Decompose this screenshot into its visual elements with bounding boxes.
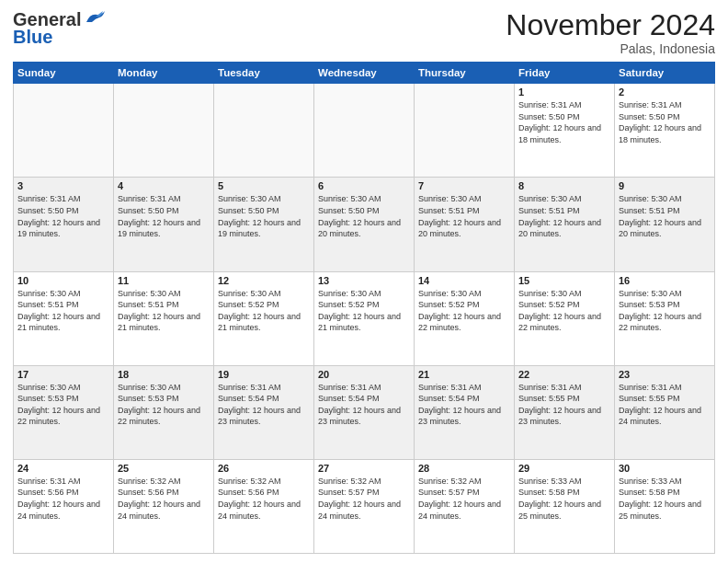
day-info: Sunrise: 5:31 AMSunset: 5:54 PMDaylight:… — [418, 382, 510, 428]
calendar-cell: 29Sunrise: 5:33 AMSunset: 5:58 PMDayligh… — [515, 459, 615, 553]
calendar-cell: 17Sunrise: 5:30 AMSunset: 5:53 PMDayligh… — [14, 365, 114, 459]
day-info: Sunrise: 5:31 AMSunset: 5:54 PMDaylight:… — [218, 382, 310, 428]
day-number: 19 — [218, 369, 310, 380]
day-number: 8 — [518, 180, 610, 191]
calendar-cell: 1Sunrise: 5:31 AMSunset: 5:50 PMDaylight… — [515, 84, 615, 178]
day-number: 20 — [318, 369, 410, 380]
day-number: 5 — [218, 180, 310, 191]
day-number: 15 — [518, 275, 610, 286]
day-info: Sunrise: 5:30 AMSunset: 5:52 PMDaylight:… — [418, 288, 510, 334]
logo: General Blue — [13, 9, 107, 48]
day-info: Sunrise: 5:30 AMSunset: 5:52 PMDaylight:… — [518, 288, 610, 334]
calendar-cell: 5Sunrise: 5:30 AMSunset: 5:50 PMDaylight… — [214, 178, 314, 271]
day-info: Sunrise: 5:33 AMSunset: 5:58 PMDaylight:… — [619, 476, 711, 522]
day-number: 1 — [518, 86, 610, 98]
calendar-cell: 28Sunrise: 5:32 AMSunset: 5:57 PMDayligh… — [415, 459, 515, 553]
location-subtitle: Palas, Indonesia — [506, 41, 715, 56]
header-saturday: Saturday — [615, 63, 715, 84]
day-number: 21 — [418, 369, 510, 380]
calendar-cell: 22Sunrise: 5:31 AMSunset: 5:55 PMDayligh… — [515, 365, 615, 459]
day-info: Sunrise: 5:30 AMSunset: 5:51 PMDaylight:… — [118, 288, 210, 334]
calendar-table: Sunday Monday Tuesday Wednesday Thursday… — [13, 62, 715, 554]
calendar-cell: 20Sunrise: 5:31 AMSunset: 5:54 PMDayligh… — [314, 365, 415, 459]
day-number: 18 — [118, 369, 210, 380]
calendar-cell: 11Sunrise: 5:30 AMSunset: 5:51 PMDayligh… — [114, 271, 214, 365]
month-title: November 2024 — [506, 9, 715, 41]
calendar-cell: 9Sunrise: 5:30 AMSunset: 5:51 PMDaylight… — [615, 178, 715, 271]
calendar-week-row: 1Sunrise: 5:31 AMSunset: 5:50 PMDaylight… — [14, 84, 715, 178]
calendar-cell: 12Sunrise: 5:30 AMSunset: 5:52 PMDayligh… — [214, 271, 314, 365]
day-info: Sunrise: 5:30 AMSunset: 5:50 PMDaylight:… — [218, 193, 310, 239]
calendar-cell: 6Sunrise: 5:30 AMSunset: 5:50 PMDaylight… — [314, 178, 415, 271]
day-number: 24 — [17, 463, 109, 474]
header-sunday: Sunday — [14, 63, 114, 84]
page: General Blue November 2024 Palas, Indone… — [0, 0, 728, 563]
day-number: 6 — [318, 180, 410, 191]
day-info: Sunrise: 5:30 AMSunset: 5:51 PMDaylight:… — [619, 193, 711, 239]
day-number: 11 — [118, 275, 210, 286]
calendar-cell: 25Sunrise: 5:32 AMSunset: 5:56 PMDayligh… — [114, 459, 214, 553]
day-info: Sunrise: 5:30 AMSunset: 5:52 PMDaylight:… — [218, 288, 310, 334]
day-number: 17 — [17, 369, 109, 380]
day-number: 29 — [518, 463, 610, 474]
day-info: Sunrise: 5:32 AMSunset: 5:57 PMDaylight:… — [318, 476, 410, 522]
day-info: Sunrise: 5:31 AMSunset: 5:50 PMDaylight:… — [518, 99, 610, 145]
day-info: Sunrise: 5:32 AMSunset: 5:56 PMDaylight:… — [218, 476, 310, 522]
calendar-week-row: 10Sunrise: 5:30 AMSunset: 5:51 PMDayligh… — [14, 271, 715, 365]
calendar-cell — [14, 84, 114, 178]
day-info: Sunrise: 5:31 AMSunset: 5:55 PMDaylight:… — [518, 382, 610, 428]
logo-bird-icon — [83, 9, 107, 28]
calendar-cell: 24Sunrise: 5:31 AMSunset: 5:56 PMDayligh… — [14, 459, 114, 553]
calendar-cell — [114, 84, 214, 178]
day-number: 14 — [418, 275, 510, 286]
calendar-cell: 23Sunrise: 5:31 AMSunset: 5:55 PMDayligh… — [615, 365, 715, 459]
calendar-cell — [314, 84, 415, 178]
day-number: 9 — [619, 180, 711, 191]
day-number: 2 — [619, 86, 711, 98]
calendar-cell: 26Sunrise: 5:32 AMSunset: 5:56 PMDayligh… — [214, 459, 314, 553]
day-number: 27 — [318, 463, 410, 474]
calendar-week-row: 24Sunrise: 5:31 AMSunset: 5:56 PMDayligh… — [14, 459, 715, 553]
day-info: Sunrise: 5:30 AMSunset: 5:50 PMDaylight:… — [318, 193, 410, 239]
day-info: Sunrise: 5:32 AMSunset: 5:56 PMDaylight:… — [118, 476, 210, 522]
weekday-header-row: Sunday Monday Tuesday Wednesday Thursday… — [14, 63, 715, 84]
day-info: Sunrise: 5:31 AMSunset: 5:50 PMDaylight:… — [17, 193, 109, 239]
day-number: 22 — [518, 369, 610, 380]
calendar-cell: 2Sunrise: 5:31 AMSunset: 5:50 PMDaylight… — [615, 84, 715, 178]
day-info: Sunrise: 5:30 AMSunset: 5:51 PMDaylight:… — [518, 193, 610, 239]
calendar-cell: 16Sunrise: 5:30 AMSunset: 5:53 PMDayligh… — [615, 271, 715, 365]
calendar-cell: 19Sunrise: 5:31 AMSunset: 5:54 PMDayligh… — [214, 365, 314, 459]
day-number: 25 — [118, 463, 210, 474]
day-number: 4 — [118, 180, 210, 191]
day-info: Sunrise: 5:30 AMSunset: 5:53 PMDaylight:… — [619, 288, 711, 334]
day-number: 28 — [418, 463, 510, 474]
day-info: Sunrise: 5:30 AMSunset: 5:51 PMDaylight:… — [17, 288, 109, 334]
calendar-cell — [214, 84, 314, 178]
day-number: 13 — [318, 275, 410, 286]
calendar-cell: 10Sunrise: 5:30 AMSunset: 5:51 PMDayligh… — [14, 271, 114, 365]
day-number: 23 — [619, 369, 711, 380]
header-wednesday: Wednesday — [314, 63, 415, 84]
day-number: 30 — [619, 463, 711, 474]
day-info: Sunrise: 5:31 AMSunset: 5:50 PMDaylight:… — [118, 193, 210, 239]
day-number: 10 — [17, 275, 109, 286]
day-number: 12 — [218, 275, 310, 286]
day-number: 26 — [218, 463, 310, 474]
calendar-cell: 4Sunrise: 5:31 AMSunset: 5:50 PMDaylight… — [114, 178, 214, 271]
logo-blue: Blue — [13, 27, 52, 48]
calendar-cell: 14Sunrise: 5:30 AMSunset: 5:52 PMDayligh… — [415, 271, 515, 365]
calendar-week-row: 17Sunrise: 5:30 AMSunset: 5:53 PMDayligh… — [14, 365, 715, 459]
calendar-cell: 13Sunrise: 5:30 AMSunset: 5:52 PMDayligh… — [314, 271, 415, 365]
calendar-cell: 27Sunrise: 5:32 AMSunset: 5:57 PMDayligh… — [314, 459, 415, 553]
calendar-cell: 15Sunrise: 5:30 AMSunset: 5:52 PMDayligh… — [515, 271, 615, 365]
day-info: Sunrise: 5:30 AMSunset: 5:52 PMDaylight:… — [318, 288, 410, 334]
day-info: Sunrise: 5:33 AMSunset: 5:58 PMDaylight:… — [518, 476, 610, 522]
day-info: Sunrise: 5:31 AMSunset: 5:55 PMDaylight:… — [619, 382, 711, 428]
calendar-cell: 30Sunrise: 5:33 AMSunset: 5:58 PMDayligh… — [615, 459, 715, 553]
calendar-week-row: 3Sunrise: 5:31 AMSunset: 5:50 PMDaylight… — [14, 178, 715, 271]
day-number: 3 — [17, 180, 109, 191]
day-info: Sunrise: 5:31 AMSunset: 5:54 PMDaylight:… — [318, 382, 410, 428]
day-info: Sunrise: 5:30 AMSunset: 5:51 PMDaylight:… — [418, 193, 510, 239]
title-area: November 2024 Palas, Indonesia — [506, 9, 715, 56]
calendar-cell: 3Sunrise: 5:31 AMSunset: 5:50 PMDaylight… — [14, 178, 114, 271]
